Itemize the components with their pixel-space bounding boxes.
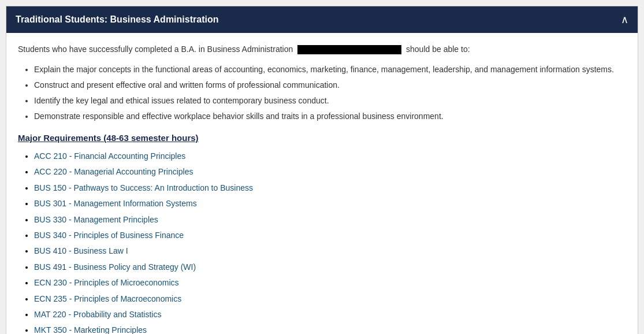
- list-item: BUS 150 - Pathways to Success: An Introd…: [34, 181, 626, 194]
- outcome-item: Construct and present effective oral and…: [34, 79, 626, 91]
- list-item: ECN 235 - Principles of Macroeconomics: [34, 292, 626, 305]
- course-link[interactable]: MAT 220 - Probability and Statistics: [34, 310, 161, 319]
- panel-body: Students who have successfully completed…: [6, 33, 638, 334]
- list-item: BUS 340 - Principles of Business Finance: [34, 229, 626, 242]
- list-item: BUS 410 - Business Law I: [34, 244, 626, 257]
- redacted-block: [297, 45, 401, 54]
- list-item: BUS 301 - Management Information Systems: [34, 197, 626, 210]
- list-item: ECN 230 - Principles of Microeconomics: [34, 276, 626, 289]
- course-link[interactable]: ACC 210 - Financial Accounting Principle…: [34, 151, 185, 161]
- outcome-item: Demonstrate responsible and effective wo…: [34, 110, 626, 123]
- list-item: BUS 491 - Business Policy and Strategy (…: [34, 261, 626, 273]
- course-link[interactable]: BUS 150 - Pathways to Success: An Introd…: [34, 183, 253, 192]
- course-link[interactable]: MKT 350 - Marketing Principles: [34, 325, 147, 334]
- outcome-item: Explain the major concepts in the functi…: [34, 64, 626, 76]
- course-link[interactable]: ECN 235 - Principles of Macroeconomics: [34, 294, 181, 303]
- list-item: ACC 220 - Managerial Accounting Principl…: [34, 165, 626, 178]
- major-requirements-heading: Major Requirements (48-63 semester hours…: [18, 133, 626, 143]
- course-link[interactable]: ACC 220 - Managerial Accounting Principl…: [34, 167, 193, 176]
- course-link[interactable]: BUS 410 - Business Law I: [34, 246, 128, 255]
- list-item: BUS 330 - Management Principles: [34, 213, 626, 226]
- chevron-up-icon[interactable]: ∧: [621, 13, 628, 26]
- list-item: ACC 210 - Financial Accounting Principle…: [34, 150, 626, 162]
- course-link[interactable]: BUS 301 - Management Information Systems: [34, 199, 197, 208]
- course-link[interactable]: BUS 491 - Business Policy and Strategy (…: [34, 262, 196, 272]
- panel-title: Traditional Students: Business Administr…: [16, 14, 218, 25]
- course-link[interactable]: ECN 230 - Principles of Microeconomics: [34, 278, 179, 287]
- list-item: MKT 350 - Marketing Principles: [34, 324, 626, 334]
- panel-header[interactable]: Traditional Students: Business Administr…: [6, 6, 638, 33]
- intro-paragraph: Students who have successfully completed…: [18, 43, 626, 55]
- list-item: MAT 220 - Probability and Statistics: [34, 308, 626, 321]
- outcomes-list: Explain the major concepts in the functi…: [18, 64, 626, 123]
- course-link[interactable]: BUS 330 - Management Principles: [34, 215, 158, 224]
- accordion-panel: Traditional Students: Business Administr…: [6, 6, 638, 334]
- intro-text-after: should be able to:: [406, 44, 470, 54]
- course-link[interactable]: BUS 340 - Principles of Business Finance: [34, 231, 184, 240]
- outcome-item: Identify the key legal and ethical issue…: [34, 95, 626, 107]
- intro-text-before: Students who have successfully completed…: [18, 44, 293, 54]
- course-list: ACC 210 - Financial Accounting Principle…: [18, 150, 626, 334]
